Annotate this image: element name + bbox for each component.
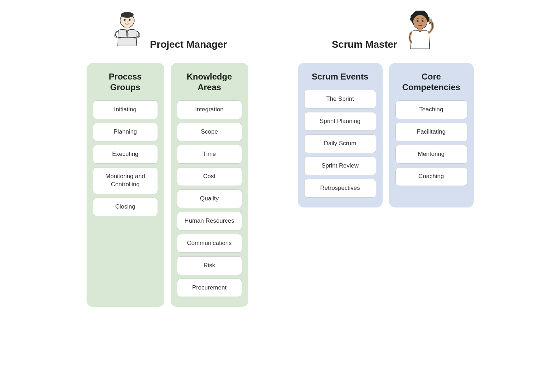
list-item: Human Resources bbox=[177, 212, 242, 230]
list-item: Planning bbox=[93, 123, 158, 141]
process-groups-panel: ProcessGroups Initiating Planning Execut… bbox=[87, 63, 164, 307]
svg-point-20 bbox=[419, 23, 421, 24]
scrum-master-character bbox=[401, 11, 440, 57]
knowledge-areas-list: Integration Scope Time Cost Quality Huma… bbox=[177, 100, 242, 297]
list-item: The Sprint bbox=[304, 90, 376, 109]
scrum-events-panel: Scrum Events The Sprint Sprint Planning … bbox=[298, 63, 383, 207]
list-item: Executing bbox=[93, 145, 158, 164]
project-manager-columns: ProcessGroups Initiating Planning Execut… bbox=[87, 63, 248, 307]
list-item: Sprint Planning bbox=[304, 112, 376, 131]
list-item: Initiating bbox=[93, 100, 158, 119]
list-item: Sprint Review bbox=[304, 157, 376, 175]
scrum-events-title: Scrum Events bbox=[312, 71, 368, 82]
list-item: Communications bbox=[177, 234, 242, 253]
svg-point-2 bbox=[124, 19, 125, 21]
project-manager-section: Project Manager ProcessGroups Initiating… bbox=[87, 11, 248, 307]
list-item: Risk bbox=[177, 256, 242, 275]
project-manager-character bbox=[108, 11, 147, 57]
core-competencies-panel: CoreCompetencies Teaching Facilitating M… bbox=[389, 63, 474, 207]
page-container: Project Manager ProcessGroups Initiating… bbox=[14, 11, 546, 307]
list-item: Facilitating bbox=[395, 123, 467, 141]
scrum-master-header: Scrum Master bbox=[332, 11, 440, 57]
list-item: Quality bbox=[177, 189, 242, 208]
svg-line-4 bbox=[124, 18, 126, 18]
core-competencies-title: CoreCompetencies bbox=[402, 71, 460, 93]
list-item: Procurement bbox=[177, 279, 242, 297]
list-item: Daily Scrum bbox=[304, 134, 376, 153]
scrum-master-title: Scrum Master bbox=[332, 39, 397, 54]
list-item: Scope bbox=[177, 123, 242, 141]
process-groups-title: ProcessGroups bbox=[109, 71, 142, 93]
list-item: Retrospectives bbox=[304, 179, 376, 198]
svg-point-3 bbox=[129, 19, 130, 21]
list-item: Time bbox=[177, 145, 242, 164]
knowledge-areas-title: KnowledgeAreas bbox=[187, 71, 232, 93]
list-item: Monitoring andControlling bbox=[93, 167, 158, 194]
core-competencies-list: Teaching Facilitating Mentoring Coaching bbox=[395, 100, 467, 186]
svg-point-18 bbox=[417, 20, 419, 22]
list-item: Closing bbox=[93, 198, 158, 216]
project-manager-title: Project Manager bbox=[150, 39, 227, 54]
scrum-events-list: The Sprint Sprint Planning Daily Scrum S… bbox=[304, 90, 376, 198]
svg-point-19 bbox=[422, 20, 424, 22]
scrum-master-section: Scrum Master bbox=[298, 11, 474, 207]
list-item: Mentoring bbox=[395, 145, 467, 164]
project-manager-header: Project Manager bbox=[108, 11, 227, 57]
svg-point-6 bbox=[126, 22, 128, 23]
svg-point-17 bbox=[415, 12, 418, 16]
svg-point-1 bbox=[121, 12, 134, 18]
list-item: Integration bbox=[177, 100, 242, 119]
list-item: Cost bbox=[177, 167, 242, 186]
list-item: Coaching bbox=[395, 167, 467, 186]
scrum-master-columns: Scrum Events The Sprint Sprint Planning … bbox=[298, 63, 474, 207]
knowledge-areas-panel: KnowledgeAreas Integration Scope Time Co… bbox=[171, 63, 248, 307]
svg-line-5 bbox=[128, 18, 131, 18]
process-groups-list: Initiating Planning Executing Monitoring… bbox=[93, 100, 158, 216]
svg-point-14 bbox=[413, 15, 427, 29]
list-item: Teaching bbox=[395, 100, 467, 119]
